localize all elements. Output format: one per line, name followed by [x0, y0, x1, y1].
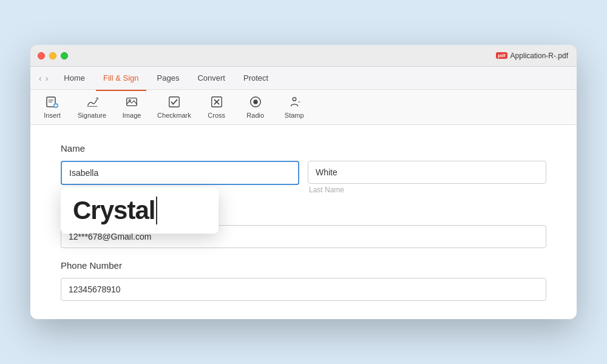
nav-arrows: ‹ ›	[39, 73, 48, 83]
tab-protect[interactable]: Protect	[236, 70, 276, 86]
toolbar: Insert Signature Image	[30, 90, 577, 125]
name-section-label: Name	[61, 143, 546, 153]
menubar: ‹ › Home Fill & Sign Pages Convert Prote…	[30, 67, 577, 90]
cursor-beam	[156, 197, 157, 224]
pdf-icon: pdf	[496, 52, 507, 59]
tool-cross[interactable]: Cross	[203, 95, 230, 119]
window-title: pdf Application-R-.pdf	[496, 52, 568, 60]
phone-section: Phone Number	[61, 260, 546, 301]
tool-image[interactable]: Image	[118, 95, 145, 119]
tab-pages[interactable]: Pages	[150, 70, 187, 86]
titlebar: pdf Application-R-.pdf	[30, 45, 577, 67]
autocomplete-text: Crystal	[73, 196, 206, 225]
radio-icon	[249, 95, 262, 110]
svg-point-14	[253, 99, 257, 104]
phone-input[interactable]	[61, 278, 546, 301]
tool-stamp[interactable]: Stamp	[281, 95, 308, 119]
tool-stamp-label: Stamp	[285, 112, 304, 119]
close-button[interactable]	[38, 52, 45, 59]
tool-signature[interactable]: Signature	[78, 95, 106, 119]
tool-image-label: Image	[123, 112, 141, 119]
tool-cross-label: Cross	[208, 112, 225, 119]
image-icon	[125, 95, 138, 110]
tool-radio[interactable]: Radio	[242, 95, 269, 119]
first-name-input[interactable]	[61, 161, 299, 185]
content-area: Name First Name Crystal Last Name	[30, 125, 577, 319]
tool-insert[interactable]: Insert	[39, 95, 66, 119]
checkmark-icon	[168, 95, 181, 110]
svg-point-8	[129, 99, 131, 101]
back-arrow[interactable]: ‹	[39, 73, 42, 83]
window-title-text: Application-R-.pdf	[510, 52, 568, 60]
svg-rect-9	[169, 97, 180, 107]
last-name-label: Last Name	[309, 186, 546, 194]
name-row: First Name Crystal Last Name	[61, 161, 546, 195]
tool-checkmark[interactable]: Checkmark	[157, 95, 191, 119]
tool-checkmark-label: Checkmark	[157, 112, 191, 119]
svg-point-15	[293, 98, 296, 101]
stamp-icon	[288, 95, 301, 110]
cross-icon	[210, 95, 223, 110]
forward-arrow[interactable]: ›	[46, 73, 49, 83]
minimize-button[interactable]	[49, 52, 56, 59]
tool-signature-label: Signature	[78, 112, 106, 119]
tool-radio-label: Radio	[246, 112, 264, 119]
phone-section-label: Phone Number	[61, 260, 546, 271]
app-window: pdf Application-R-.pdf ‹ › Home Fill & S…	[30, 45, 577, 319]
tab-convert[interactable]: Convert	[190, 70, 232, 86]
last-name-input[interactable]	[308, 161, 546, 184]
signature-icon	[86, 95, 99, 110]
tab-fill-sign[interactable]: Fill & Sign	[96, 70, 146, 86]
last-name-wrapper: Last Name	[308, 161, 546, 195]
autocomplete-dropdown[interactable]: Crystal	[61, 187, 219, 234]
tool-insert-label: Insert	[44, 112, 61, 119]
first-name-wrapper: First Name Crystal	[61, 161, 299, 195]
insert-icon	[46, 95, 59, 110]
traffic-lights	[38, 52, 68, 59]
maximize-button[interactable]	[61, 52, 68, 59]
tab-home[interactable]: Home	[56, 70, 92, 86]
